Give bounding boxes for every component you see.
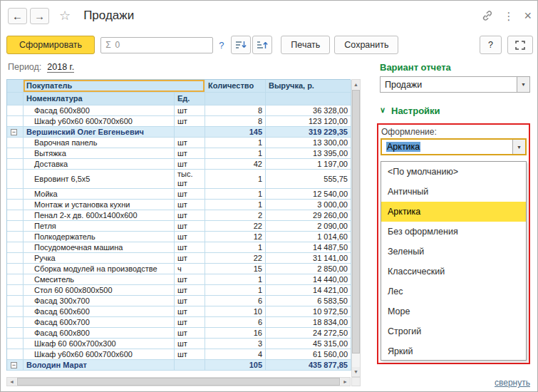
table-row[interactable]: Фасад 600x800 шт 8 36 328,00 <box>7 105 351 116</box>
cell-revenue[interactable]: 123 120,00 <box>266 116 351 127</box>
cell-quantity[interactable]: 8 <box>205 116 266 127</box>
cell-unit[interactable]: шт <box>175 306 205 317</box>
cell-name[interactable]: Шкаф у60х60 600х700х600 <box>24 116 175 127</box>
generate-button[interactable]: Сформировать <box>6 36 95 54</box>
cell-unit[interactable]: шт <box>175 159 205 170</box>
cell-quantity[interactable]: 22 <box>205 253 266 264</box>
cell-name[interactable]: Мойка <box>24 189 175 200</box>
variant-dropdown-icon[interactable]: ▼ <box>517 77 529 92</box>
table-row[interactable]: Шкаф у60х60 600х700х600 шт 4 61 560,00 <box>7 349 351 360</box>
cell-unit[interactable]: тыс. шт <box>175 170 205 189</box>
save-button[interactable]: Сохранить <box>334 36 398 54</box>
close-icon[interactable]: × <box>524 9 532 22</box>
sum-help-link[interactable]: ? <box>219 40 224 51</box>
cell-revenue[interactable]: 14 487,50 <box>266 242 351 253</box>
table-row[interactable]: Вытяжка шт 1 13 395,00 <box>7 148 351 159</box>
table-row[interactable]: Фасад 600х700 шт 6 18 834,00 <box>7 317 351 328</box>
style-dropdown-icon[interactable]: ▼ <box>512 140 525 154</box>
table-row[interactable]: Ручка шт 22 31 141,00 <box>7 253 351 264</box>
cell-unit[interactable]: шт <box>175 189 205 200</box>
cell-unit[interactable]: шт <box>175 210 205 221</box>
cell-unit[interactable]: шт <box>175 349 205 360</box>
table-row[interactable]: Фасад 600х600 шт 10 10 972,50 <box>7 306 351 317</box>
variant-combobox[interactable]: Продажи ▼ <box>380 76 530 93</box>
cell-revenue[interactable]: 24 272,50 <box>266 328 351 339</box>
cell-revenue[interactable]: 1 197,00 <box>266 159 351 170</box>
table-row[interactable]: Пенал 2-х дв. 600х1400х600 шт 2 29 260,0… <box>7 210 351 221</box>
table-row[interactable]: Петля шт 22 2 090,00 <box>7 221 351 232</box>
cell-name[interactable]: Петля <box>24 221 175 232</box>
cell-revenue[interactable]: 435 877,85 <box>266 360 351 371</box>
cell-quantity[interactable]: 1 <box>205 148 266 159</box>
style-option[interactable]: Арктика <box>381 202 526 222</box>
cell-revenue[interactable]: 10 972,50 <box>266 306 351 317</box>
style-option[interactable]: Классический <box>381 262 526 282</box>
cell-unit[interactable]: шт <box>175 105 205 116</box>
settings-section-title[interactable]: Настройки <box>391 105 440 116</box>
style-option[interactable]: Без оформления <box>381 222 526 242</box>
cell-name[interactable]: Фасад 600х800 <box>24 328 175 339</box>
table-row[interactable]: Посудомоечная машина шт 1 14 487,50 <box>7 242 351 253</box>
cell-quantity[interactable]: 3 <box>205 339 266 349</box>
collapse-toggle-icon[interactable]: − <box>11 362 17 368</box>
table-row[interactable]: Смеситель шт 1 14 440,00 <box>7 274 351 285</box>
settings-chevron-icon[interactable]: ∨ <box>380 105 386 115</box>
scroll-up-icon[interactable]: ▲ <box>352 80 360 89</box>
cell-unit[interactable]: шт <box>175 138 205 148</box>
cell-quantity[interactable]: 6 <box>205 296 266 306</box>
table-row[interactable]: Варочная панель шт 1 13 300,00 <box>7 138 351 148</box>
cell-quantity[interactable]: 22 <box>205 221 266 232</box>
collapse-panel-link[interactable]: свернуть <box>495 378 530 388</box>
cell-revenue[interactable]: 1 014,60 <box>266 232 351 242</box>
fullscreen-button[interactable] <box>507 36 533 54</box>
horizontal-scrollbar[interactable]: ◄ ► <box>6 377 351 386</box>
cell-quantity[interactable]: 1 <box>205 285 266 296</box>
table-row[interactable]: Сборка модулей на производстве ч 15 2 85… <box>7 264 351 274</box>
scroll-left-icon[interactable]: ◄ <box>7 378 16 386</box>
cell-unit[interactable]: шт <box>175 242 205 253</box>
favorite-star-icon[interactable]: ☆ <box>59 8 71 24</box>
cell-revenue[interactable]: 31 141,00 <box>266 253 351 264</box>
print-button[interactable]: Печать <box>281 36 330 54</box>
style-option[interactable]: Зеленый <box>381 242 526 262</box>
cell-revenue[interactable]: 555,75 <box>266 170 351 189</box>
cell-unit[interactable]: шт <box>175 253 205 264</box>
cell-revenue[interactable]: 45 315,00 <box>266 339 351 349</box>
cell-unit[interactable]: шт <box>175 339 205 349</box>
cell-name[interactable]: Сборка модулей на производстве <box>24 264 175 274</box>
more-menu-icon[interactable]: ⋮ <box>503 11 514 21</box>
cell-revenue[interactable]: 14 440,00 <box>266 274 351 285</box>
cell-revenue[interactable]: 18 834,00 <box>266 317 351 328</box>
cell-revenue[interactable]: 36 328,00 <box>266 105 351 116</box>
cell-name[interactable]: Посудомоечная машина <box>24 242 175 253</box>
cell-name[interactable]: Стол 60 600х800х500 <box>24 285 175 296</box>
cell-quantity[interactable]: 12 <box>205 232 266 242</box>
header-nomenclature[interactable]: Номенклатура <box>24 93 175 105</box>
style-option[interactable]: Строгий <box>381 321 526 341</box>
cell-quantity[interactable]: 2 <box>205 210 266 221</box>
cell-quantity[interactable]: 16 <box>205 328 266 339</box>
cell-name[interactable]: Шкаф 60 600х700х300 <box>24 339 175 349</box>
header-quantity[interactable]: Количество <box>205 80 266 93</box>
cell-unit[interactable]: шт <box>175 328 205 339</box>
link-icon[interactable] <box>482 10 493 21</box>
table-row[interactable]: Фасад 300х700 шт 6 6 583,50 <box>7 296 351 306</box>
table-row[interactable]: Стол 60 600х800х500 шт 1 14 421,00 <box>7 285 351 296</box>
autosum-field[interactable]: Σ 0 <box>100 37 213 53</box>
cell-name[interactable]: Шкаф у60х60 600х700х600 <box>24 349 175 360</box>
horizontal-scroll-thumb[interactable] <box>17 378 340 386</box>
cell-name[interactable]: Пенал 2-х дв. 600х1400х600 <box>24 210 175 221</box>
cell-revenue[interactable]: 12 540,00 <box>266 189 351 200</box>
cell-revenue[interactable]: 13 395,00 <box>266 148 351 159</box>
cell-revenue[interactable]: 2 850,00 <box>266 264 351 274</box>
cell-revenue[interactable]: 61 560,00 <box>266 349 351 360</box>
cell-name[interactable]: Володин Марат <box>24 360 175 371</box>
style-option[interactable]: Античный <box>381 182 526 202</box>
cell-name[interactable]: Доставка <box>24 159 175 170</box>
cell-quantity[interactable]: 145 <box>205 127 266 138</box>
cell-name[interactable]: Фасад 300х700 <box>24 296 175 306</box>
cell-name[interactable]: Вершинский Олег Евгеньевич <box>24 127 175 138</box>
vertical-scrollbar[interactable]: ▲ ▼ <box>351 79 361 377</box>
cell-name[interactable]: Полкодержатель <box>24 232 175 242</box>
cell-revenue[interactable]: 14 421,00 <box>266 285 351 296</box>
